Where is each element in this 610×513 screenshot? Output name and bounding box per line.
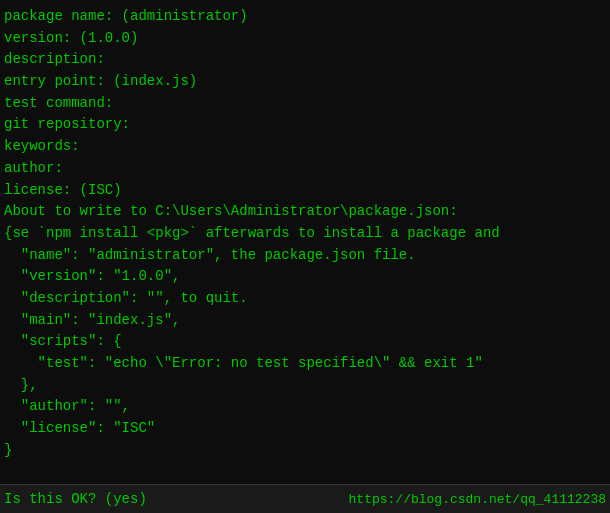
line-5: test command: [4,93,606,115]
terminal-window: package name: (administrator) version: (… [0,0,610,513]
line-8: author: [4,158,606,180]
url-text: https://blog.csdn.net/qq_41112238 [349,492,606,507]
bottom-bar: Is this OK? (yes) https://blog.csdn.net/… [0,484,610,513]
line-6: git repository: [4,114,606,136]
line-12: {se `npm install <pkg>` afterwards to in… [4,223,606,245]
line-7: keywords: [4,136,606,158]
line-22: } [4,440,606,462]
line-3: description: [4,49,606,71]
line-14: "version": "1.0.0", [4,266,606,288]
terminal-content: package name: (administrator) version: (… [4,6,606,461]
line-9: license: (ISC) [4,180,606,202]
line-18: "test": "echo \"Error: no test specified… [4,353,606,375]
line-10: About to write to C:\Users\Administrator… [4,201,606,223]
line-2: version: (1.0.0) [4,28,606,50]
line-13: "name": "administrator", the package.jso… [4,245,606,267]
line-21: "license": "ISC" [4,418,606,440]
line-16: "main": "index.js", [4,310,606,332]
line-17: "scripts": { [4,331,606,353]
prompt-text[interactable]: Is this OK? (yes) [4,491,147,507]
line-19: }, [4,375,606,397]
line-4: entry point: (index.js) [4,71,606,93]
line-1: package name: (administrator) [4,6,606,28]
line-15: "description": "", to quit. [4,288,606,310]
line-20: "author": "", [4,396,606,418]
